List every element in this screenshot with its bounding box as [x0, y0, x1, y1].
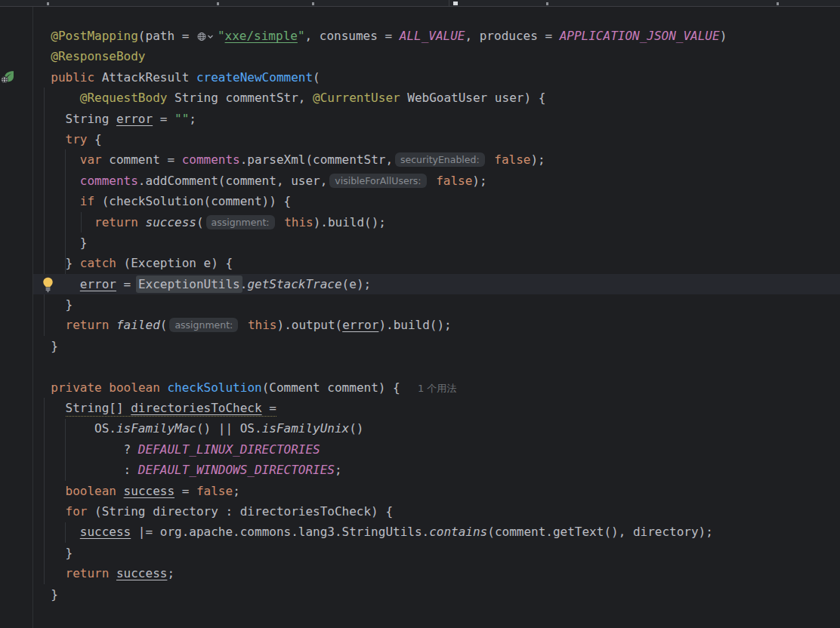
code-token: .: [240, 277, 248, 291]
code-token: [36, 566, 66, 580]
topbar-glyph-fragment: [777, 2, 779, 5]
code-line[interactable]: String[] directoriesToCheck =: [0, 398, 840, 418]
code-line[interactable]: try {: [0, 129, 840, 149]
code-token: return: [66, 318, 110, 332]
code-token: contains: [429, 525, 487, 539]
code-token: [109, 566, 116, 580]
parameter-hint[interactable]: visibleForAllUsers:: [329, 174, 426, 188]
code-token: ;: [335, 463, 342, 477]
globe-inlay-icon[interactable]: [197, 26, 216, 47]
code-token: }: [36, 546, 73, 560]
code-token: );: [472, 174, 486, 188]
code-line[interactable]: return success;: [0, 563, 840, 583]
code-line[interactable]: private boolean checkSolution(Comment co…: [0, 377, 840, 398]
code-line[interactable]: @PostMapping(path = "xxe/simple", consum…: [0, 26, 840, 46]
code-line[interactable]: } catch (Exception e) {: [0, 253, 840, 273]
topbar-glyph-fragment: [217, 2, 219, 5]
code-line[interactable]: : DEFAULT_WINDOWS_DIRECTORIES;: [0, 460, 840, 480]
code-token: {: [87, 132, 101, 146]
code-line[interactable]: if (checkSolution(comment)) {: [0, 191, 840, 211]
code-token: ).output(: [277, 318, 343, 332]
code-token: boolean: [109, 380, 159, 395]
topbar-glyph-fragment: [453, 2, 458, 5]
code-token: [240, 318, 248, 332]
code-area: @PostMapping(path = "xxe/simple", consum…: [0, 26, 840, 605]
code-token: :: [36, 463, 138, 477]
code-token: getStackTrace: [247, 277, 341, 291]
code-line[interactable]: @ResponseBody: [0, 46, 840, 66]
code-line[interactable]: }: [0, 232, 840, 253]
code-token: () || OS.: [196, 421, 262, 436]
code-token: false: [494, 152, 530, 167]
url-path-link[interactable]: xxe/simple: [225, 29, 298, 43]
code-line[interactable]: }: [0, 543, 840, 563]
code-token: [36, 484, 66, 498]
code-line[interactable]: [0, 356, 840, 377]
code-token: ;: [189, 112, 196, 126]
code-token: checkSolution: [167, 380, 261, 395]
code-line[interactable]: for (String directory : directoriesToChe…: [0, 501, 840, 522]
code-token: comments: [182, 152, 240, 167]
code-token: );: [530, 152, 545, 167]
code-token: [277, 215, 285, 229]
code-token: (e);: [342, 277, 372, 291]
code-token: [160, 380, 168, 395]
parameter-hint[interactable]: securityEnabled:: [395, 152, 485, 167]
code-token: this: [248, 318, 277, 332]
code-token: String: [36, 112, 116, 126]
code-line[interactable]: }: [0, 584, 840, 605]
code-token: isFamilyMac: [116, 421, 196, 436]
code-line[interactable]: }: [0, 336, 840, 356]
code-token: }: [36, 256, 80, 270]
code-line[interactable]: return success(assignment: this).build()…: [0, 212, 840, 232]
code-token: boolean: [66, 484, 116, 498]
parameter-hint[interactable]: assignment:: [169, 318, 238, 332]
code-token: ": [218, 29, 225, 43]
intention-bulb-icon[interactable]: [42, 276, 54, 296]
code-token: [36, 525, 80, 539]
code-token: [36, 29, 51, 43]
code-line[interactable]: OS.isFamilyMac() || OS.isFamilyUnix(): [0, 418, 840, 439]
code-token: [36, 380, 51, 395]
code-line[interactable]: }: [0, 294, 840, 315]
code-token: comment =: [102, 152, 182, 167]
code-token: OS.: [36, 421, 116, 436]
code-token: .parseXml(commentStr,: [240, 152, 393, 167]
code-token: error: [342, 318, 378, 332]
code-token: =: [153, 112, 174, 126]
code-token: .addComment(comment, user,: [138, 174, 327, 188]
code-token: false: [436, 174, 472, 188]
code-line[interactable]: public AttackResult createNewComment(: [0, 67, 840, 88]
code-token: ;: [233, 484, 240, 498]
code-token: (comment.getText(), directory);: [487, 525, 713, 539]
code-line[interactable]: return failed(assignment: this).output(e…: [0, 315, 840, 335]
request-mapping-gutter-icon[interactable]: [1, 69, 15, 87]
code-token: error: [80, 277, 116, 291]
code-token: ExceptionUtils: [136, 276, 242, 293]
code-line[interactable]: comments.addComment(comment, user,visibl…: [0, 171, 840, 191]
code-line[interactable]: var comment = comments.parseXml(commentS…: [0, 149, 840, 170]
code-token: [36, 70, 51, 85]
code-token: if: [80, 194, 94, 208]
top-bar: [0, 0, 840, 7]
code-token: [36, 132, 66, 146]
code-token: [36, 194, 80, 208]
code-token: @ResponseBody: [51, 49, 145, 63]
code-token: String commentStr,: [167, 91, 313, 105]
code-line[interactable]: String error = "";: [0, 109, 840, 129]
code-line[interactable]: @RequestBody String commentStr, @Current…: [0, 88, 840, 108]
code-line[interactable]: success |= org.apache.commons.lang3.Stri…: [0, 522, 840, 542]
code-token: ?: [36, 442, 138, 457]
code-token: [36, 401, 66, 415]
parameter-hint[interactable]: assignment:: [206, 215, 275, 229]
code-token: return: [66, 566, 110, 580]
code-line[interactable]: ? DEFAULT_LINUX_DIRECTORIES: [0, 439, 840, 460]
topbar-glyph-fragment: [546, 2, 548, 5]
code-token: error: [116, 112, 153, 126]
code-token: comments: [80, 174, 138, 188]
code-line[interactable]: boolean success = false;: [0, 481, 840, 501]
code-token: ).build();: [313, 215, 386, 229]
code-token: ).build();: [378, 318, 451, 332]
code-token: var: [80, 152, 102, 167]
code-line-current[interactable]: error = ExceptionUtils.getStackTrace(e);: [0, 274, 840, 294]
